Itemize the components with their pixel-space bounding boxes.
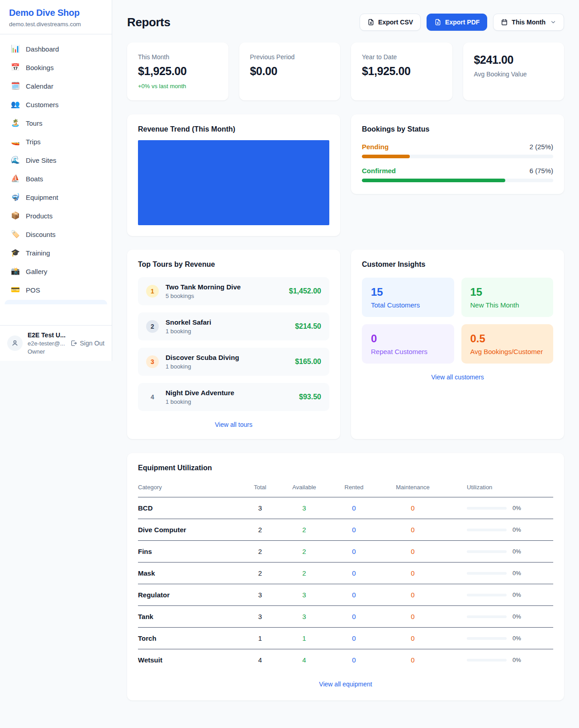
sidebar-nav-item[interactable]: 🚤 Trips: [6, 132, 105, 151]
sign-out-button[interactable]: Sign Out: [70, 340, 104, 347]
equipment-total: 1: [242, 628, 278, 649]
sidebar-nav-item[interactable]: 🤿 Equipment: [6, 188, 105, 206]
stat-delta: +0% vs last month: [138, 83, 218, 90]
col-category: Category: [138, 479, 242, 497]
export-pdf-label: Export PDF: [445, 19, 479, 26]
bookings-by-status-card: Bookings by Status Pending 2 (25%): [351, 114, 564, 194]
sidebar-item-label: Training: [26, 249, 50, 257]
period-dropdown[interactable]: This Month: [493, 14, 564, 31]
stat-value: $1,925.00: [138, 65, 218, 78]
equipment-rented: 0: [330, 563, 378, 584]
tour-revenue: $1,452.00: [289, 287, 321, 295]
utilization-bar: [467, 659, 507, 662]
equipment-maintenance: 0: [378, 628, 448, 649]
equipment-total: 2: [242, 541, 278, 563]
sidebar-nav-item[interactable]: 💳 POS: [6, 281, 105, 299]
equipment-table-row: Regulator 3 3 0 0 0%: [138, 584, 553, 606]
equipment-rented: 0: [330, 519, 378, 541]
tour-list-item: 2 Snorkel Safari 1 booking $214.50: [138, 312, 329, 340]
brand-domain: demo.test.divestreams.com: [9, 21, 103, 28]
equipment-table-row: Wetsuit 4 4 0 0 0%: [138, 649, 553, 671]
tour-list-item: 4 Night Dive Adventure 1 booking $93.50: [138, 383, 329, 411]
view-all-tours-link[interactable]: View all tours: [138, 421, 329, 428]
insight-tile: 0.5 Avg Bookings/Customer: [461, 324, 554, 364]
sign-out-label: Sign Out: [80, 340, 104, 347]
sidebar-nav-item[interactable]: ⛵ Boats: [6, 170, 105, 188]
customer-insights-title: Customer Insights: [362, 260, 553, 269]
page-title: Reports: [127, 15, 170, 29]
equipment-category: BCD: [138, 497, 242, 519]
revenue-trend-card: Revenue Trend (This Month): [127, 114, 340, 236]
sidebar-nav-item[interactable]: 📦 Products: [6, 207, 105, 225]
stat-card-previous-period: Previous Period $0.00: [239, 43, 341, 100]
person-icon: [11, 339, 19, 347]
sidebar-nav-item[interactable]: 🏷️ Discounts: [6, 225, 105, 243]
stat-card-this-month: This Month $1,925.00 +0% vs last month: [127, 43, 228, 100]
equipment-available: 2: [278, 563, 330, 584]
bar-chart-icon: 📊: [11, 44, 20, 53]
export-csv-label: Export CSV: [378, 19, 413, 26]
sidebar-nav-item[interactable]: 🎓 Training: [6, 244, 105, 262]
equipment-category: Fins: [138, 541, 242, 563]
equipment-total: 3: [242, 606, 278, 628]
sidebar-nav-item[interactable]: 📸 Gallery: [6, 262, 105, 280]
view-all-equipment-link[interactable]: View all equipment: [138, 681, 553, 688]
sidebar-nav-item[interactable]: 📊 Dashboard: [6, 40, 105, 58]
sidebar-item-label: Customers: [26, 101, 59, 109]
utilization-bar: [467, 529, 507, 531]
col-available: Available: [278, 479, 330, 497]
sidebar-nav-item[interactable]: 📅 Bookings: [6, 58, 105, 76]
user-name: E2E Test U...: [28, 331, 65, 339]
sailboat-icon: ⛵: [11, 174, 20, 183]
insight-label: Avg Bookings/Customer: [470, 348, 545, 355]
utilization-bar: [467, 572, 507, 575]
export-csv-button[interactable]: Export CSV: [360, 14, 421, 31]
tour-rank-badge: 3: [146, 355, 159, 368]
sidebar-item-reports-active-partial[interactable]: [5, 300, 107, 304]
status-count: 6 (75%): [529, 167, 553, 175]
tour-name: Snorkel Safari: [166, 318, 211, 326]
sidebar-item-label: Trips: [26, 138, 41, 146]
stat-label: Avg Booking Value: [474, 71, 554, 78]
page-header: Reports Export CSV Export PDF This Month: [127, 14, 564, 31]
insight-label: Total Customers: [371, 301, 445, 309]
sidebar-nav-item[interactable]: 👥 Customers: [6, 95, 105, 113]
sidebar-nav-item[interactable]: 🗓️ Calendar: [6, 77, 105, 95]
tour-revenue: $214.50: [295, 322, 321, 331]
equipment-total: 2: [242, 519, 278, 541]
equipment-rented: 0: [330, 584, 378, 606]
equipment-table-row: Torch 1 1 0 0 0%: [138, 628, 553, 649]
equipment-available: 1: [278, 628, 330, 649]
equipment-rented: 0: [330, 606, 378, 628]
sidebar-user-footer: E2E Test U... e2e-tester@... Owner Sign …: [0, 325, 112, 361]
speedboat-icon: 🚤: [11, 137, 20, 146]
insight-value: 0: [371, 332, 445, 345]
col-utilization: Utilization: [448, 479, 553, 497]
stat-value: $241.00: [474, 53, 554, 66]
tour-rank-badge: 4: [146, 391, 159, 403]
top-tours-card: Top Tours by Revenue 1 Two Tank Morning …: [127, 250, 340, 439]
diving-mask-icon: 🤿: [11, 193, 20, 202]
utilization-percent: 0%: [513, 505, 521, 511]
status-bar-track: [362, 179, 553, 182]
sidebar-nav-item[interactable]: 🏝️ Tours: [6, 114, 105, 132]
header-actions: Export CSV Export PDF This Month: [360, 14, 564, 31]
equipment-category: Torch: [138, 628, 242, 649]
insight-label: New This Month: [470, 301, 545, 309]
view-all-customers-link[interactable]: View all customers: [362, 373, 553, 381]
equipment-maintenance: 0: [378, 563, 448, 584]
tour-bookings-count: 1 booking: [166, 363, 239, 370]
customer-insights-card: Customer Insights 15 Total Customers 15 …: [351, 250, 564, 439]
file-download-icon: [434, 19, 441, 26]
export-pdf-button[interactable]: Export PDF: [427, 14, 487, 31]
status-bar-track: [362, 155, 553, 158]
col-rented: Rented: [330, 479, 378, 497]
stat-label: This Month: [138, 53, 218, 61]
sidebar-nav-item[interactable]: 🌊 Dive Sites: [6, 151, 105, 169]
brand-name: Demo Dive Shop: [9, 8, 103, 18]
people-icon: 👥: [11, 100, 20, 109]
utilization-bar: [467, 615, 507, 618]
equipment-maintenance: 0: [378, 649, 448, 671]
insight-label: Repeat Customers: [371, 348, 445, 355]
insight-value: 15: [371, 286, 445, 298]
